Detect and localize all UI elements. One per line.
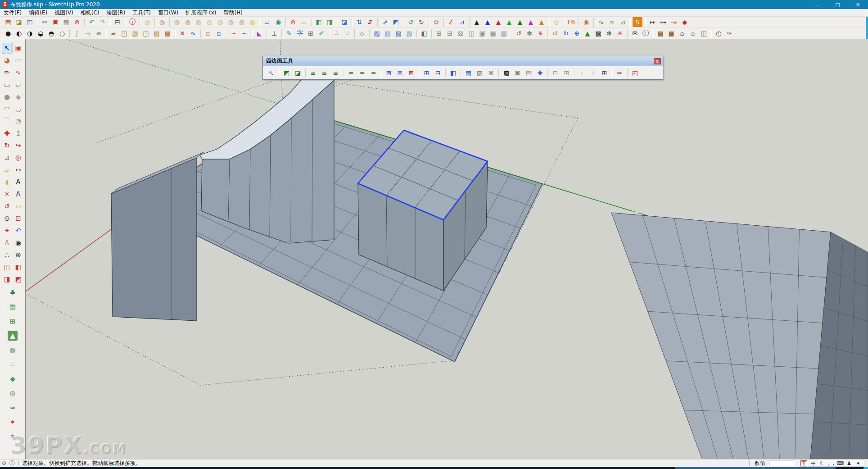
window-tool-7-icon[interactable]: ▥ [499,28,509,38]
qf-grow-loop-icon[interactable]: ≡ [319,68,330,78]
pie-icon[interactable]: ◔ [14,116,23,126]
qf-texture-quads-icon[interactable]: ▨ [475,68,485,78]
geolocation-icon[interactable]: ⊙ [0,460,8,466]
walk-icon[interactable]: ∴ [2,250,12,260]
menu-item-7[interactable]: 窗口(W) [154,9,182,17]
zoom-extents-icon[interactable]: ✦ [2,226,12,236]
menu-item-3[interactable]: 视图(V) [51,9,77,17]
angle-blue-icon[interactable]: ⊿ [457,17,467,27]
soften-edges-icon[interactable]: ▭ [299,17,309,27]
window-tool-4-icon[interactable]: ◫ [466,28,476,38]
undo-icon[interactable]: ↶ [87,17,97,27]
edge-tool-icon[interactable]: ⊣ [83,28,93,38]
new-model-icon[interactable]: ▤ [3,17,13,27]
jpp-round-icon[interactable]: ▲ [493,17,503,27]
quad-diamond-icon[interactable]: ◇ [552,17,561,27]
qf-uv-grid-dashed-icon[interactable]: ⊡ [550,68,561,78]
quadface-tools-toolbar[interactable]: 四边面工具 x ↖◩◪≡≡≡===⊠⊠⊠⊞⊟◧▦▨❋▩▣▤✚⊡⊞⊤⊥⊞✏◱ [262,56,663,80]
qf-select-loop-icon[interactable]: ≡ [308,68,318,78]
maximize-button[interactable]: □ [827,0,848,9]
blur-patch-icon[interactable]: ▩ [8,345,18,355]
suapp-library-icon[interactable]: S [633,17,642,27]
grid-dense-icon[interactable]: ▦ [8,302,18,312]
solid-subtract-icon[interactable]: ◒ [36,28,45,38]
ime-punct-icon[interactable]: 。, [827,460,836,467]
box-edit-icon[interactable]: ◧ [419,28,429,38]
curve-pick-icon[interactable]: ≋ [94,28,104,38]
tape-measure-icon[interactable]: ▱ [2,165,12,175]
color-palette-icon[interactable]: ◉ [581,17,591,27]
zoom-icon[interactable]: ⊙ [2,214,12,223]
jpp-joint-icon[interactable]: ▲ [483,17,493,27]
qf-split-edge-icon[interactable]: ⊤ [577,68,587,78]
fredo-align-icon[interactable]: ◳ [119,28,129,38]
ime-fullwidth-icon[interactable]: ☾ [818,460,827,466]
menu-item-2[interactable]: 编辑(E) [25,9,51,17]
scale-icon[interactable]: ⊿ [2,153,12,163]
text-tool-icon[interactable]: A [14,177,23,187]
section-display-icon[interactable]: ◧ [14,262,23,272]
qf-quadify-icon[interactable]: ⊞ [599,68,610,78]
quadface-close-button[interactable]: x [654,58,661,64]
orbit-icon[interactable]: ↺ [2,201,12,211]
text-style-icon[interactable]: 字 [295,28,305,38]
quad-flag-icon[interactable]: ◩ [391,17,401,27]
angle-red-icon[interactable]: ∠ [446,17,456,27]
section-plane-icon[interactable]: ◫ [2,262,12,272]
fredo-stretch-icon[interactable]: ▰ [108,28,118,38]
gear-icon[interactable]: ✻ [604,28,614,38]
jpp-extrude-x-icon[interactable]: ▲ [526,17,536,27]
weld-edges-icon[interactable]: ∫ [72,28,82,38]
qf-shrink-selection-icon[interactable]: ◪ [293,68,303,78]
qf-shrink-ring-icon[interactable]: = [368,68,379,78]
polygon-icon[interactable]: ◈ [14,92,23,102]
position-camera-icon[interactable]: ♙ [2,238,12,248]
window-tool-2-icon[interactable]: ⊟ [445,28,455,38]
scatter-dots-icon[interactable]: ∴ [8,360,18,369]
building-icon[interactable]: ⌂ [688,28,698,38]
solid-diamond-icon[interactable]: ◆ [680,17,690,27]
profile-builder-icon[interactable]: ⊥ [269,28,279,38]
fredo-taper-icon[interactable]: ▧ [130,28,140,38]
artisan-pinch-icon[interactable]: ◍ [183,17,193,27]
curviloft-a-icon[interactable]: ∽ [229,28,239,38]
jpp-vector-icon[interactable]: ▲ [504,17,514,27]
measurements-input[interactable] [769,460,794,466]
freehand-icon[interactable]: ∿ [14,68,23,77]
qf-remove-edge-icon[interactable]: ⊥ [588,68,598,78]
qf-shrink-loop-icon[interactable]: ≡ [330,68,341,78]
round-corner-icon[interactable]: ◣ [254,28,264,38]
star-red-icon[interactable]: ✳ [615,28,625,38]
save-model-icon[interactable]: ◫ [25,17,35,27]
library-2-icon[interactable]: ▦ [666,28,676,38]
offset-icon[interactable]: ◎ [14,153,23,163]
paint-bucket-icon[interactable]: ◕ [2,55,12,65]
qf-draw-quad-icon[interactable]: ✏ [615,68,625,78]
rotate-icon[interactable]: ↻ [2,141,12,150]
menu-item-4[interactable]: 相机(C) [77,9,103,17]
ime-user-icon[interactable]: ♟ [845,460,854,466]
qf-select-icon[interactable]: ↖ [266,68,276,78]
jpp-normal-icon[interactable]: ▲ [515,17,525,27]
plus-circle-icon[interactable]: ⊕ [572,28,582,38]
eyedropper-icon[interactable]: ✎ [284,28,294,38]
open-model-icon[interactable]: ◪ [14,17,24,27]
artisan-paint-icon[interactable]: ◍ [215,17,225,27]
section-cut-icon[interactable]: ◨ [2,274,12,284]
move-icon[interactable]: ✚ [2,128,12,138]
library-1-icon[interactable]: ▤ [656,28,665,38]
quadface-toolbar-titlebar[interactable]: 四边面工具 x [263,56,663,66]
menu-item-6[interactable]: 工具(T) [129,9,154,17]
menu-item-5[interactable]: 绘图(R) [103,9,129,17]
protractor-icon[interactable]: ◖ [2,177,12,187]
curvizard-weld-icon[interactable]: ∿ [596,17,606,27]
window-layout-icon[interactable]: ⊞ [306,28,316,38]
component-flip-icon[interactable]: ↦ [647,17,657,27]
tool-pen-icon[interactable]: ✑ [724,28,734,38]
pan-icon[interactable]: ⇔ [14,201,23,211]
ime-tools-icon[interactable]: ✦ [854,460,863,466]
solid-trim-icon[interactable]: ◓ [46,28,56,38]
circle-icon[interactable]: ● [2,92,12,102]
qf-checker-uv-icon[interactable]: ▩ [501,68,511,78]
curvizard-simplify-icon[interactable]: ≈ [607,17,617,27]
